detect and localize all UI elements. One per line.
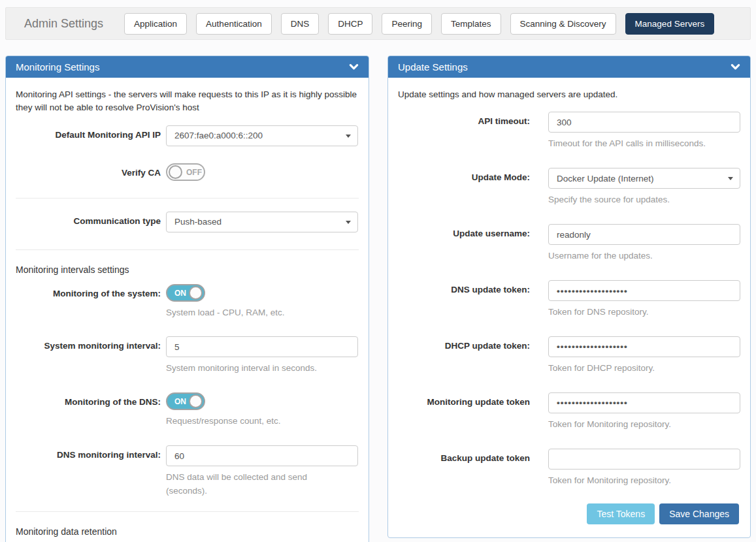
divider bbox=[16, 511, 359, 512]
dhcp-update-token-help: Token for DHCP repository. bbox=[548, 362, 740, 375]
tab-authentication[interactable]: Authentication bbox=[196, 13, 272, 35]
monitoring-of-system-toggle[interactable]: ON bbox=[166, 284, 205, 302]
communication-type-value: Push-based bbox=[174, 217, 222, 227]
backup-update-token-label: Backup update token bbox=[398, 449, 530, 464]
dns-monitoring-interval-help: DNS data will be collected and send (sec… bbox=[166, 471, 342, 498]
toggle-knob bbox=[169, 165, 182, 179]
monitoring-update-token-label: Monitoring update token bbox=[398, 392, 530, 408]
caret-down-icon bbox=[728, 177, 733, 180]
update-mode-select[interactable]: Docker Update (Internet) bbox=[548, 168, 740, 189]
verify-ca-toggle[interactable]: OFF bbox=[166, 163, 205, 181]
monitoring-settings-header: Monitoring Settings bbox=[6, 56, 369, 78]
tab-scanning-discovery[interactable]: Scanning & Discovery bbox=[510, 13, 616, 35]
toggle-state-label: OFF bbox=[186, 168, 202, 177]
monitoring-description: Monitoring API settings - the servers wi… bbox=[16, 88, 359, 115]
system-monitoring-interval-label: System monitoring interval: bbox=[16, 336, 161, 352]
backup-update-token-input[interactable] bbox=[548, 449, 740, 470]
update-username-help: Username for the updates. bbox=[548, 249, 740, 263]
toggle-knob bbox=[189, 286, 203, 300]
dhcp-update-token-label: DHCP update token: bbox=[398, 336, 530, 352]
dns-monitoring-interval-label: DNS monitoring interval: bbox=[16, 445, 161, 461]
admin-settings-navbar: Admin Settings Application Authenticatio… bbox=[5, 7, 751, 40]
update-username-input[interactable] bbox=[548, 224, 740, 245]
default-monitoring-api-ip-select[interactable]: 2607:fae0:a000:6::200 bbox=[166, 125, 358, 146]
caret-down-icon bbox=[346, 221, 351, 224]
monitoring-update-token-input[interactable] bbox=[548, 392, 740, 413]
monitoring-of-dns-help: Request/response count, etc. bbox=[166, 415, 358, 428]
communication-type-select[interactable]: Push-based bbox=[166, 212, 358, 232]
divider bbox=[16, 249, 359, 250]
dns-update-token-input[interactable] bbox=[548, 280, 740, 301]
monitoring-of-system-help: System load - CPU, RAM, etc. bbox=[166, 306, 358, 320]
page-title: Admin Settings bbox=[24, 17, 103, 31]
monitoring-data-retention-heading: Monitoring data retention bbox=[16, 526, 359, 537]
update-mode-label: Update Mode: bbox=[398, 168, 530, 183]
api-timeout-help: Timeout for the API calls in millisecond… bbox=[548, 137, 740, 151]
test-tokens-button[interactable]: Test Tokens bbox=[587, 503, 655, 524]
api-timeout-input[interactable] bbox=[548, 112, 740, 133]
monitoring-settings-title: Monitoring Settings bbox=[16, 61, 99, 72]
default-monitoring-api-ip-label: Default Monitoring API IP bbox=[16, 125, 161, 141]
update-mode-help: Specify the source for updates. bbox=[548, 193, 740, 207]
communication-type-label: Communication type bbox=[16, 212, 161, 227]
verify-ca-label: Verify CA bbox=[16, 163, 161, 179]
monitoring-settings-panel: Monitoring Settings Monitoring API setti… bbox=[5, 56, 369, 542]
update-settings-panel: Update Settings Update settings and how … bbox=[387, 56, 751, 538]
tab-dhcp[interactable]: DHCP bbox=[328, 13, 372, 35]
default-monitoring-api-ip-value: 2607:fae0:a000:6::200 bbox=[174, 131, 263, 140]
tab-managed-servers[interactable]: Managed Servers bbox=[625, 13, 715, 35]
tab-application[interactable]: Application bbox=[124, 13, 187, 35]
system-monitoring-interval-input[interactable] bbox=[166, 336, 358, 357]
tab-templates[interactable]: Templates bbox=[441, 13, 501, 35]
backup-update-token-help: Token for Monitoring repository. bbox=[548, 474, 740, 488]
tab-peering[interactable]: Peering bbox=[382, 13, 432, 35]
toggle-state-label: ON bbox=[174, 397, 186, 406]
dns-update-token-help: Token for DNS repository. bbox=[548, 306, 740, 319]
update-mode-value: Docker Update (Internet) bbox=[557, 174, 654, 183]
dns-monitoring-interval-input[interactable] bbox=[166, 445, 358, 466]
update-settings-actions: Test Tokens Save Changes bbox=[398, 494, 740, 528]
system-monitoring-interval-help: System monitoring interval in seconds. bbox=[166, 362, 358, 375]
update-settings-header: Update Settings bbox=[388, 56, 750, 78]
toggle-knob bbox=[189, 394, 203, 408]
update-username-label: Update username: bbox=[398, 224, 530, 240]
tab-dns[interactable]: DNS bbox=[281, 13, 320, 35]
api-timeout-label: API timeout: bbox=[398, 112, 530, 127]
dhcp-update-token-input[interactable] bbox=[548, 336, 740, 357]
caret-down-icon bbox=[346, 135, 351, 138]
divider bbox=[16, 198, 359, 199]
update-settings-title: Update Settings bbox=[398, 61, 468, 72]
monitoring-of-dns-toggle[interactable]: ON bbox=[166, 392, 205, 410]
update-description: Update settings and how managed servers … bbox=[398, 88, 740, 101]
monitoring-of-system-label: Monitoring of the system: bbox=[16, 284, 161, 300]
chevron-down-icon[interactable] bbox=[731, 62, 740, 72]
monitoring-intervals-heading: Monitoring intervals settings bbox=[16, 264, 359, 275]
monitoring-of-dns-label: Monitoring of the DNS: bbox=[16, 392, 161, 408]
save-changes-button[interactable]: Save Changes bbox=[659, 503, 739, 524]
dns-update-token-label: DNS update token: bbox=[398, 280, 530, 296]
settings-tab-bar: Application Authentication DNS DHCP Peer… bbox=[124, 13, 714, 35]
toggle-state-label: ON bbox=[174, 289, 186, 298]
chevron-down-icon[interactable] bbox=[349, 62, 359, 72]
monitoring-update-token-help: Token for Monitoring repository. bbox=[548, 418, 740, 432]
